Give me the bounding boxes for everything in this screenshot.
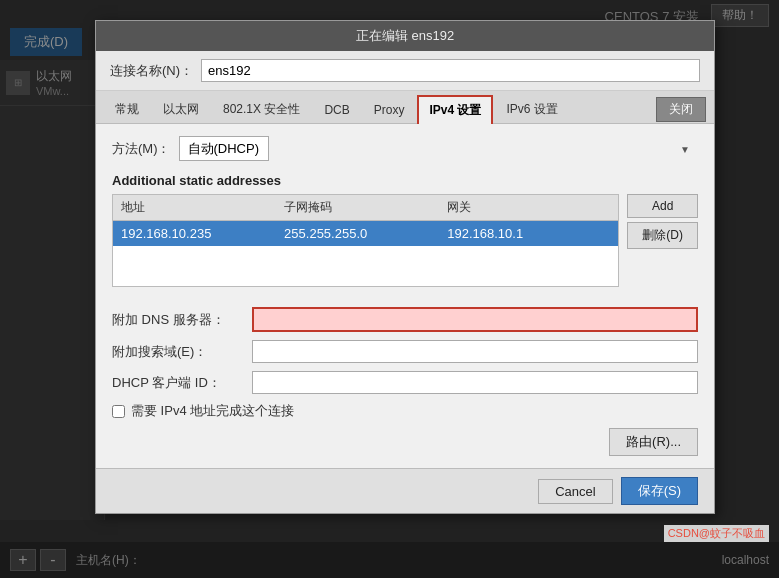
route-btn-row: 路由(R)...: [112, 428, 698, 456]
col-subnet: 子网掩码: [284, 199, 447, 216]
addr-gateway: 192.168.10.1: [447, 226, 610, 241]
delete-addr-button[interactable]: 删除(D): [627, 222, 698, 249]
method-select[interactable]: 自动(DHCP): [179, 136, 269, 161]
edit-dialog: 正在编辑 ens192 连接名称(N)： 常规 以太网 802.1X 安全性 D…: [95, 20, 715, 514]
dhcp-input[interactable]: [252, 371, 698, 394]
save-button[interactable]: 保存(S): [621, 477, 698, 505]
addresses-body: 192.168.10.235 255.255.255.0 192.168.10.…: [113, 221, 618, 286]
tab-ipv6[interactable]: IPv6 设置: [495, 95, 568, 123]
require-ipv4-row: 需要 IPv4 地址完成这个连接: [112, 402, 698, 420]
search-row: 附加搜索域(E)：: [112, 340, 698, 363]
dns-row: 附加 DNS 服务器：: [112, 307, 698, 332]
addresses-header: 地址 子网掩码 网关: [113, 195, 618, 221]
require-ipv4-label: 需要 IPv4 地址完成这个连接: [131, 402, 294, 420]
tabs-bar: 常规 以太网 802.1X 安全性 DCB Proxy IPv4 设置 IPv6…: [96, 91, 714, 124]
addr-ip: 192.168.10.235: [121, 226, 284, 241]
route-button[interactable]: 路由(R)...: [609, 428, 698, 456]
tab-general[interactable]: 常规: [104, 95, 150, 123]
tab-security[interactable]: 802.1X 安全性: [212, 95, 311, 123]
watermark: CSDN@蚊子不吸血: [664, 525, 769, 542]
tab-ethernet[interactable]: 以太网: [152, 95, 210, 123]
tab-proxy[interactable]: Proxy: [363, 97, 416, 122]
add-remove-btns: Add 删除(D): [627, 194, 698, 253]
close-button[interactable]: 关闭: [656, 97, 706, 122]
cancel-button[interactable]: Cancel: [538, 479, 612, 504]
dialog-footer: Cancel 保存(S): [96, 468, 714, 513]
conn-name-row: 连接名称(N)：: [96, 51, 714, 91]
conn-name-label: 连接名称(N)：: [110, 62, 193, 80]
dhcp-row: DHCP 客户端 ID：: [112, 371, 698, 394]
close-area: 关闭: [650, 97, 706, 122]
col-gateway: 网关: [447, 199, 610, 216]
addresses-table: 地址 子网掩码 网关 192.168.10.235 255.255.255.0 …: [112, 194, 619, 287]
method-row: 方法(M)： 自动(DHCP): [112, 136, 698, 161]
addr-subnet: 255.255.255.0: [284, 226, 447, 241]
dns-input[interactable]: [252, 307, 698, 332]
dialog-content: 方法(M)： 自动(DHCP) Additional static addres…: [96, 124, 714, 468]
search-label: 附加搜索域(E)：: [112, 343, 252, 361]
search-input[interactable]: [252, 340, 698, 363]
address-row[interactable]: 192.168.10.235 255.255.255.0 192.168.10.…: [113, 221, 618, 246]
dialog-title: 正在编辑 ens192: [356, 28, 454, 43]
conn-name-input[interactable]: [201, 59, 700, 82]
method-select-wrapper: 自动(DHCP): [179, 136, 699, 161]
dns-label: 附加 DNS 服务器：: [112, 311, 252, 329]
addresses-outer: 地址 子网掩码 网关 192.168.10.235 255.255.255.0 …: [112, 194, 698, 297]
add-addr-button[interactable]: Add: [627, 194, 698, 218]
col-addr: 地址: [121, 199, 284, 216]
address-row-empty: [113, 246, 618, 286]
tab-dcb[interactable]: DCB: [313, 97, 360, 122]
method-label: 方法(M)：: [112, 140, 171, 158]
dhcp-label: DHCP 客户端 ID：: [112, 374, 252, 392]
require-ipv4-checkbox[interactable]: [112, 405, 125, 418]
section-title: Additional static addresses: [112, 173, 698, 188]
tab-ipv4[interactable]: IPv4 设置: [417, 95, 493, 124]
dialog-titlebar: 正在编辑 ens192: [96, 21, 714, 51]
